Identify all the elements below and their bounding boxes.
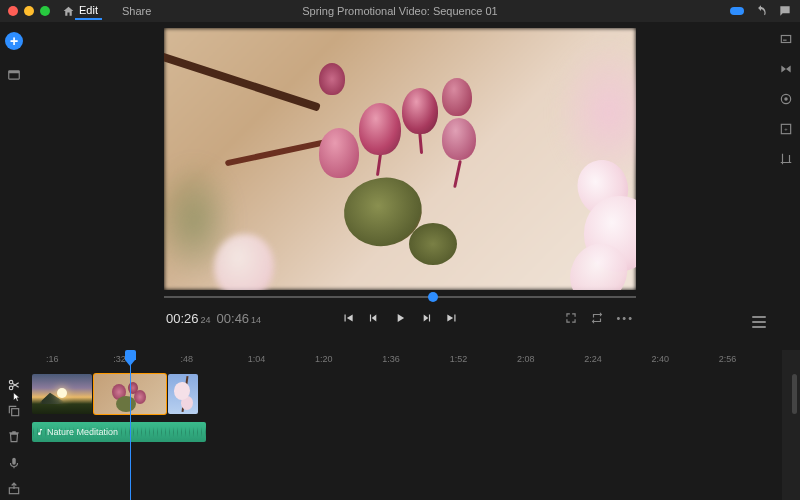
scrubber-handle[interactable] [428,292,438,302]
add-media-button[interactable]: + [5,32,23,50]
playhead[interactable] [130,352,131,500]
ruler-tick: 1:20 [315,354,333,364]
audio-clip[interactable]: Nature Meditation [32,422,206,442]
panel-menu-icon[interactable] [752,316,766,328]
current-frames: 24 [201,315,211,325]
audio-icon[interactable]: + [779,122,793,136]
ruler-tick: 2:40 [651,354,669,364]
delete-tool[interactable] [7,430,21,444]
preview-scrubber[interactable] [164,292,636,302]
duplicate-tool[interactable] [7,404,21,418]
export-tool[interactable] [7,482,21,496]
ruler-tick: 2:08 [517,354,535,364]
voiceover-tool[interactable] [7,456,21,470]
timeline-scrollbar[interactable] [792,374,797,414]
svg-rect-12 [12,409,19,416]
svg-rect-3 [429,315,430,322]
project-assets-icon[interactable] [7,68,21,82]
svg-rect-13 [12,458,16,465]
left-toolbar: + [0,22,28,350]
total-time: 00:46 [217,311,250,326]
document-title: Spring Promotional Video: Sequence 01 [302,5,498,17]
step-back-icon[interactable] [367,311,381,325]
skip-start-icon[interactable] [341,311,355,325]
window-controls [8,6,50,16]
preview-area: 00:26 24 00:46 14 ••• [28,22,772,350]
more-icon[interactable]: ••• [616,312,634,324]
ruler-tick: :48 [181,354,194,364]
svg-rect-4 [781,36,790,43]
svg-rect-2 [370,315,371,322]
menubar: Edit Share Spring Promotional Video: Seq… [0,0,800,22]
sync-status-icon[interactable] [730,7,744,15]
ruler-tick: 1:36 [382,354,400,364]
right-toolbar: + [772,22,800,350]
fullscreen-icon[interactable] [564,311,578,325]
ruler-tick: 2:24 [584,354,602,364]
color-icon[interactable] [779,92,793,106]
undo-icon[interactable] [754,4,768,18]
minimize-window-button[interactable] [24,6,34,16]
ruler-tick: 1:04 [248,354,266,364]
ruler-tick: :16 [46,354,59,364]
share-tab[interactable]: Share [118,3,155,19]
edit-tab[interactable]: Edit [75,2,102,20]
timeline-tools [0,350,28,500]
svg-rect-5 [783,40,787,41]
timeline-ruler[interactable]: :16:32:481:041:201:361:522:082:242:402:5… [28,350,782,372]
video-clip[interactable] [168,374,198,414]
timeline-scrollbar-area [782,350,800,500]
transport-bar: 00:26 24 00:46 14 ••• [164,302,636,334]
audio-clip-label: Nature Meditation [47,427,118,437]
svg-text:+: + [784,126,788,132]
home-icon[interactable] [62,5,75,18]
skip-end-icon[interactable] [445,311,459,325]
audio-track[interactable]: Nature Meditation [28,422,782,444]
step-forward-icon[interactable] [419,311,433,325]
timeline[interactable]: :16:32:481:041:201:361:522:082:242:402:5… [28,350,782,500]
maximize-window-button[interactable] [40,6,50,16]
comment-icon[interactable] [778,4,792,18]
current-time: 00:26 [166,311,199,326]
video-track[interactable] [28,374,782,416]
total-frames: 14 [251,315,261,325]
svg-point-7 [784,97,788,101]
transitions-icon[interactable] [779,62,793,76]
video-preview[interactable] [164,28,636,290]
ruler-tick: 1:52 [450,354,468,364]
titles-icon[interactable] [779,32,793,46]
svg-rect-1 [9,71,20,73]
scissors-tool[interactable] [7,378,21,392]
ruler-tick: 2:56 [719,354,737,364]
crop-transform-icon[interactable] [779,152,793,166]
music-note-icon [36,428,44,436]
close-window-button[interactable] [8,6,18,16]
play-icon[interactable] [393,311,407,325]
video-clip[interactable] [32,374,92,414]
loop-icon[interactable] [590,311,604,325]
